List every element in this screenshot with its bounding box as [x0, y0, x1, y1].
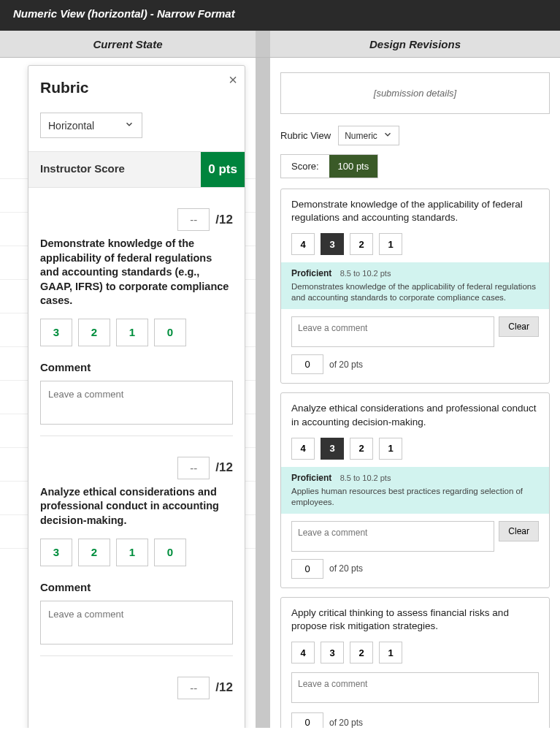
rubric-view-select[interactable]: Numeric: [338, 126, 399, 145]
rating-button-2[interactable]: 2: [350, 642, 373, 664]
rating-button-4[interactable]: 4: [291, 233, 315, 255]
clear-button[interactable]: Clear: [499, 316, 539, 337]
score-pill-label: Score:: [281, 155, 329, 178]
criterion-card-title: Analyze ethical considerations and profe…: [291, 402, 539, 428]
criterion-score-input[interactable]: [177, 208, 210, 231]
proficiency-panel: Proficient 8.5 to 10.2 pts Applies human…: [281, 467, 549, 514]
comment-textarea[interactable]: [40, 601, 233, 645]
rubric-view-label: Rubric View: [280, 130, 331, 141]
points-input[interactable]: [291, 354, 323, 374]
points-max-label: of 20 pts: [329, 563, 363, 574]
criterion-score-max: /12: [215, 460, 233, 475]
rating-button-row: 4 3 2 1: [291, 642, 539, 664]
criterion-block: /12 Analyze ethical considerations and p…: [40, 457, 233, 656]
rating-button-4[interactable]: 4: [291, 438, 315, 460]
comment-textarea[interactable]: [40, 381, 233, 425]
comment-textarea[interactable]: [291, 316, 494, 347]
rating-button-0[interactable]: 0: [154, 539, 186, 566]
criterion-card: Apply critical thinking to assess financ…: [280, 597, 550, 728]
points-max-label: of 20 pts: [329, 360, 363, 370]
submission-details-box: [submission details]: [280, 72, 550, 114]
design-revisions-pane: [submission details] Rubric View Numeric…: [270, 58, 560, 728]
comment-heading: Comment: [40, 361, 233, 373]
points-input[interactable]: [291, 712, 323, 728]
rating-button-0[interactable]: 0: [154, 319, 186, 346]
criterion-description: Demonstrate knowledge of the applicabili…: [40, 237, 233, 308]
proficiency-label: Proficient: [291, 473, 331, 483]
criterion-score-max: /12: [215, 680, 233, 695]
rating-button-row: 3 2 1 0: [40, 539, 233, 566]
proficiency-range: 8.5 to 10.2 pts: [340, 269, 391, 278]
criterion-score-max: /12: [215, 213, 233, 227]
divider: [40, 436, 233, 436]
rating-button-1[interactable]: 1: [379, 233, 402, 255]
rating-button-3[interactable]: 3: [321, 642, 344, 664]
criterion-card-title: Apply critical thinking to assess financ…: [291, 607, 539, 633]
comment-textarea[interactable]: [291, 521, 494, 552]
rating-button-3[interactable]: 3: [40, 319, 72, 346]
rating-button-1[interactable]: 1: [379, 438, 402, 460]
rating-button-4[interactable]: 4: [291, 642, 315, 664]
rubric-view-row: Rubric View Numeric: [280, 126, 550, 145]
criterion-block: /12: [40, 677, 233, 699]
rating-button-2[interactable]: 2: [78, 319, 110, 346]
score-pill-value: 100 pts: [329, 155, 378, 178]
chevron-down-icon: [124, 119, 134, 132]
criterion-description: Analyze ethical considerations and profe…: [40, 485, 233, 528]
criterion-score-input[interactable]: [177, 457, 210, 479]
close-icon[interactable]: ×: [229, 72, 237, 88]
topbar: Numeric View (horizontal) - Narrow Forma…: [0, 0, 560, 31]
rating-button-1[interactable]: 1: [116, 319, 148, 346]
divider: [40, 655, 233, 656]
current-state-pane: Impo rion ⇵ × Rubric Horizontal Instruct…: [0, 58, 256, 728]
rating-button-1[interactable]: 1: [116, 539, 148, 566]
rating-button-row: 4 3 2 1: [291, 233, 539, 255]
instructor-score-value: 0 pts: [201, 152, 245, 187]
rating-button-2[interactable]: 2: [350, 438, 373, 460]
criterion-card: Demonstrate knowledge of the applicabili…: [280, 189, 550, 384]
chevron-down-icon: [383, 129, 393, 142]
topbar-title: Numeric View (horizontal) - Narrow Forma…: [13, 7, 235, 20]
proficiency-description: Demonstrates knowledge of the applicabil…: [291, 281, 539, 303]
tab-current-state: Current State: [0, 31, 256, 57]
column-divider: [256, 58, 270, 728]
proficiency-range: 8.5 to 10.2 pts: [340, 474, 391, 482]
score-pill: Score: 100 pts: [280, 154, 378, 178]
criterion-score-input[interactable]: [177, 677, 210, 699]
layout-select[interactable]: Horizontal: [40, 113, 142, 138]
rubric-title: Rubric: [40, 79, 233, 96]
column-divider: [256, 31, 270, 57]
criterion-card-title: Demonstrate knowledge of the applicabili…: [291, 198, 539, 224]
rating-button-3[interactable]: 3: [321, 438, 344, 460]
tab-header: Current State Design Revisions: [0, 31, 560, 58]
clear-button[interactable]: Clear: [499, 521, 539, 541]
rating-button-3[interactable]: 3: [40, 539, 72, 566]
instructor-score-bar: Instructor Score 0 pts: [28, 151, 245, 188]
comment-textarea[interactable]: [291, 672, 539, 703]
points-max-label: of 20 pts: [329, 718, 363, 728]
proficiency-panel: Proficient 8.5 to 10.2 pts Demonstrates …: [281, 262, 549, 309]
layout-select-value: Horizontal: [48, 120, 94, 132]
tab-design-revisions: Design Revisions: [270, 31, 560, 57]
rating-button-row: 3 2 1 0: [40, 319, 233, 346]
proficiency-label: Proficient: [291, 268, 331, 278]
instructor-score-label: Instructor Score: [28, 152, 201, 187]
rating-button-2[interactable]: 2: [350, 233, 373, 255]
criterion-block: /12 Demonstrate knowledge of the applica…: [40, 208, 233, 436]
rating-button-1[interactable]: 1: [379, 642, 402, 664]
rubric-view-select-value: Numeric: [345, 131, 377, 141]
criterion-card: Analyze ethical considerations and profe…: [280, 392, 550, 588]
rating-button-row: 4 3 2 1: [291, 438, 539, 460]
rubric-panel: × Rubric Horizontal Instructor Score 0 p…: [28, 65, 245, 728]
rating-button-2[interactable]: 2: [78, 539, 110, 566]
proficiency-description: Applies human resources best practices r…: [291, 486, 539, 508]
points-input[interactable]: [291, 559, 323, 579]
comment-heading: Comment: [40, 581, 233, 593]
rating-button-3[interactable]: 3: [321, 233, 344, 255]
